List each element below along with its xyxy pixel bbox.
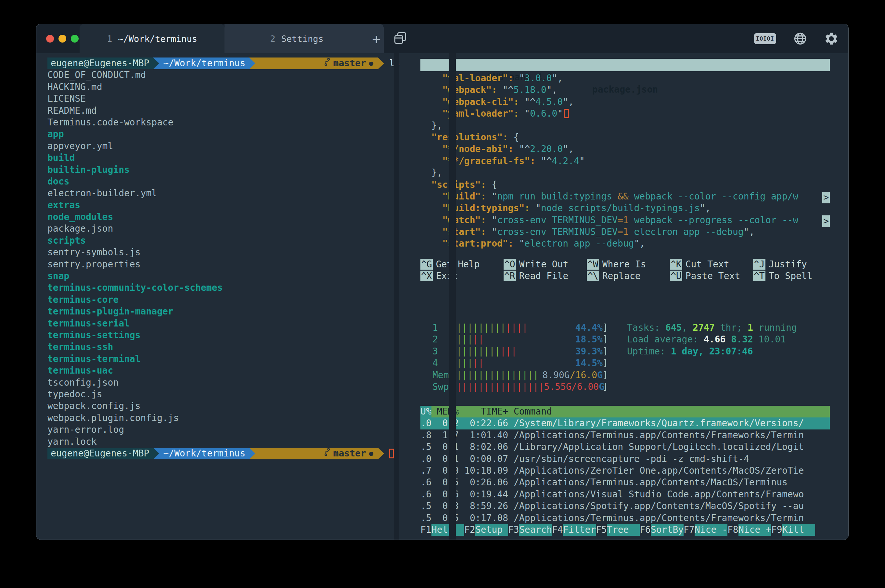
htop-fkey[interactable]: F3Search [508, 524, 552, 536]
terminal-pane-shell[interactable]: eugene@Eugenes-MBP ~/Work/terminus maste… [36, 53, 394, 540]
prompt-cwd: ~/Work/terminus [159, 448, 249, 459]
shell-prompt: eugene@Eugenes-MBP ~/Work/terminus maste… [47, 448, 394, 459]
process-row[interactable]: .50.50:17.08/Applications/Terminus.app/C… [420, 512, 830, 524]
ls-entry: terminus-community-color-schemes [47, 282, 394, 294]
process-rows: .00.20:22.66/System/Library/Frameworks/Q… [420, 417, 830, 524]
col-cpu[interactable]: U% [420, 406, 432, 417]
nano-line: "webpack": "^5.18.0", [420, 84, 830, 96]
ls-entry: webpack.config.js [47, 400, 394, 412]
terminal-cursor [389, 448, 394, 458]
ls-entry: HACKING.md [47, 81, 394, 93]
prompt-cwd: ~/Work/terminus [159, 57, 249, 69]
minimize-button[interactable] [58, 35, 66, 42]
htop-fkey[interactable]: F4Filter [552, 524, 596, 536]
git-branch-icon [258, 436, 330, 471]
ls-entry: yarn-error.log [47, 424, 394, 436]
serial-console-icon[interactable]: IOIOI [754, 33, 776, 44]
window-content: eugene@Eugenes-MBP ~/Work/terminus maste… [36, 53, 848, 540]
terminal-pane-right[interactable]: GNU nano 4.5 package.json "val-loader": … [420, 53, 849, 540]
git-branch-name: master [333, 448, 366, 459]
nano-shortcut[interactable]: ^WWhere Is [587, 259, 670, 270]
ls-entry: yarn.lock [47, 436, 394, 448]
nano-line: "val-loader": "3.0.0", [420, 72, 830, 84]
nano-titlebar: GNU nano 4.5 package.json [420, 59, 830, 71]
ls-entry: README.md [47, 105, 394, 117]
htop-fkey[interactable]: F6SortBy [640, 524, 684, 536]
git-dirty-dot-icon: ● [369, 448, 373, 459]
htop-stat-line: Tasks: 645, 2747 thr; 1 running [627, 322, 797, 334]
process-row[interactable]: .50.18:02.06/Library/Application Support… [420, 441, 830, 453]
globe-ssh-icon[interactable] [793, 32, 807, 46]
ls-entry: tsconfig.json [47, 377, 394, 388]
right-pane-scrollbar[interactable] [449, 53, 456, 540]
shell-prompt: eugene@Eugenes-MBP ~/Work/terminus maste… [47, 57, 394, 69]
col-command[interactable]: Command [514, 406, 830, 417]
nano-shortcut[interactable]: ^GGet Help [420, 259, 504, 270]
tab-number: 1 [107, 34, 112, 44]
nano-shortcut[interactable]: ^\Replace [587, 270, 670, 282]
new-tab-button[interactable]: + [369, 24, 384, 53]
tab-number: 2 [270, 34, 275, 44]
split-duplicate-button[interactable] [390, 24, 410, 53]
settings-gear-icon[interactable] [824, 32, 838, 46]
nano-shortcut[interactable]: ^OWrite Out [504, 259, 587, 270]
htop-fkey[interactable]: F8Nice + [728, 524, 771, 536]
nano-shortcut[interactable]: ^RRead File [504, 270, 587, 282]
nano-line: }, [420, 167, 830, 178]
nano-line: "webpack-cli": "^4.5.0", [420, 96, 830, 108]
ls-entry: terminus-core [47, 294, 394, 306]
nano-line: "watch": "cross-env TERMINUS_DEV=1 webpa… [420, 214, 830, 226]
ls-entry: terminus-ssh [47, 341, 394, 353]
process-row[interactable]: .81.71:01.40/Applications/Terminus.app/C… [420, 429, 830, 441]
ls-entry: appveyor.yml [47, 140, 394, 152]
tab-work-terminus[interactable]: 1 ~/Work/terminus [80, 24, 225, 53]
htop-fkey[interactable]: F2Setup [464, 524, 508, 536]
nano-shortcut[interactable]: ^KCut Text [670, 259, 753, 270]
traffic-lights [46, 24, 79, 53]
ls-entry: sentry.properties [47, 259, 394, 270]
ls-entry: package.json [47, 223, 394, 234]
htop-fkey[interactable]: F7Nice - [684, 524, 728, 536]
htop-fkey[interactable]: F5Tree [596, 524, 640, 536]
process-row[interactable]: .50.38:59.26/Applications/Spotify.app/Co… [420, 500, 830, 512]
htop-meter: Swp[||||||||||||||||5.55G/6.00G] [432, 381, 830, 393]
col-time[interactable]: TIME+ [459, 406, 508, 417]
nano-shortcut[interactable]: ^TTo Spell [753, 270, 836, 282]
ls-entry: webpack.plugin.config.js [47, 412, 394, 424]
ls-output: CODE_OF_CONDUCT.mdHACKING.mdLICENSEREADM… [47, 69, 394, 448]
terminus-window: 1 ~/Work/terminus 2 Settings + IOIOI [36, 24, 849, 540]
process-row[interactable]: .00.20:22.66/System/Library/Frameworks/Q… [420, 417, 830, 429]
ls-entry: terminus-uac [47, 365, 394, 376]
ls-entry: scripts [47, 235, 394, 247]
htop-meter: Mem[|||||||||||||||8.90G/16.0G] [432, 369, 830, 381]
nano-line: "build": "npm run build:typings && webpa… [420, 191, 830, 202]
powerline-arrow-icon [378, 448, 384, 459]
ls-entry: electron-builder.yml [47, 188, 394, 199]
nano-buffer: "val-loader": "3.0.0", "webpack": "^5.18… [420, 72, 830, 250]
titlebar-right-icons: IOIOI [754, 24, 838, 53]
nano-shortcut[interactable]: ^XExit [420, 270, 504, 282]
process-row[interactable]: .70.010:18.09/Applications/ZeroTier One.… [420, 465, 830, 477]
titlebar: 1 ~/Work/terminus 2 Settings + IOIOI [36, 24, 848, 53]
process-row[interactable]: .00.10:00.07/usr/sbin/screencapture -pdi… [420, 453, 830, 465]
ls-entry: Terminus.code-workspace [47, 117, 394, 128]
nano-shortcut[interactable]: ^UPaste Text [670, 270, 753, 282]
nano-shortcut[interactable]: ^JJustify [753, 259, 836, 270]
tab-title: ~/Work/terminus [118, 34, 197, 44]
git-dirty-dot-icon: ● [369, 57, 373, 69]
process-row[interactable]: .60.60:19.44/Applications/Visual Studio … [420, 489, 830, 500]
powerline-arrow-icon [378, 57, 384, 69]
left-pane-scrollbar[interactable] [394, 53, 399, 540]
nano-shortcut-bar: ^GGet Help^OWrite Out^WWhere Is^KCut Tex… [420, 259, 830, 282]
prompt-git-segment: master ● [255, 57, 378, 69]
htop-fkey[interactable]: F9Kill [771, 524, 815, 536]
ls-entry: build [47, 152, 394, 164]
process-row[interactable]: .60.50:26.06/Applications/Terminus.app/C… [420, 477, 830, 488]
close-button[interactable] [46, 35, 54, 42]
nano-line: "start:prod": "electron app --debug", [420, 238, 830, 249]
maximize-button[interactable] [71, 35, 79, 42]
htop-fkey[interactable]: F1Help [420, 524, 464, 536]
ls-entry: terminus-settings [47, 329, 394, 341]
process-table-header: U% MEM% TIME+ Command [420, 406, 830, 417]
ls-entry: CODE_OF_CONDUCT.md [47, 69, 394, 81]
